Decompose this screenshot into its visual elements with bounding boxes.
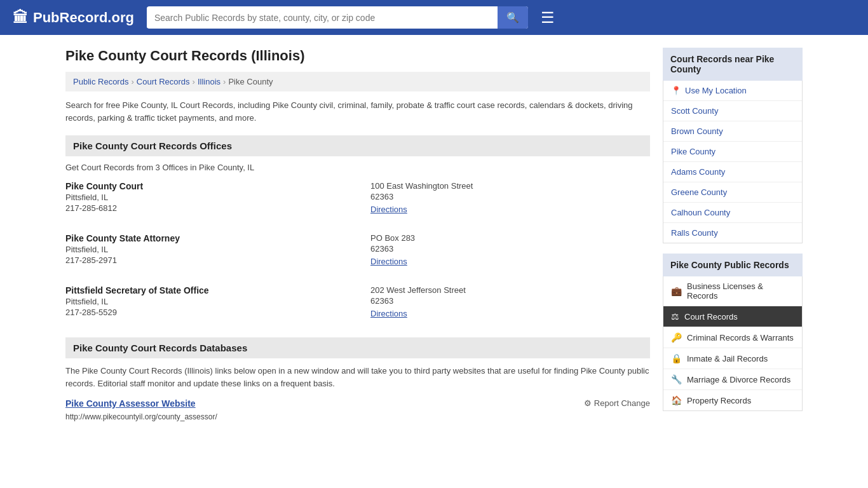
logo-text: PubRecord.org xyxy=(33,10,134,26)
office-2-city: Pittsfield, IL xyxy=(65,245,345,254)
databases-section-header: Pike County Court Records Databases xyxy=(65,337,650,358)
breadcrumb-court-records[interactable]: Court Records xyxy=(137,77,190,86)
business-label: Business Licenses & Records xyxy=(687,281,794,301)
main-content: Pike County Court Records (Illinois) Pub… xyxy=(65,48,650,421)
office-3-zip: 62363 xyxy=(370,296,650,306)
office-2-address: PO Box 283 xyxy=(370,233,650,243)
db-link-title[interactable]: Pike County Assessor Website xyxy=(65,398,196,409)
site-logo[interactable]: 🏛 PubRecord.org xyxy=(13,9,134,27)
sidebar-item-greene-county[interactable]: Greene County xyxy=(663,182,802,203)
sidebar-item-pike-county[interactable]: Pike County xyxy=(663,142,802,162)
search-icon: 🔍 xyxy=(506,12,519,23)
use-location-label: Use My Location xyxy=(685,86,747,95)
databases-description: The Pike County Court Records (Illinois)… xyxy=(65,365,650,390)
office-3-name: Pittsfield Secretary of State Office xyxy=(65,285,345,295)
db-link-row: Pike County Assessor Website ⚙ Report Ch… xyxy=(65,398,650,409)
office-1-zip: 62363 xyxy=(370,192,650,201)
marriage-icon: 🔧 xyxy=(671,374,682,384)
office-entry-3: Pittsfield Secretary of State Office Pit… xyxy=(65,285,650,325)
office-2-name: Pike County State Attorney xyxy=(65,233,345,243)
sidebar-item-calhoun-county[interactable]: Calhoun County xyxy=(663,203,802,223)
office-entry-1: Pike County Court Pittsfield, IL 217-285… xyxy=(65,181,650,220)
search-input[interactable] xyxy=(147,8,498,28)
office-3-directions[interactable]: Directions xyxy=(370,309,407,318)
public-records-section-header: Pike County Public Records xyxy=(663,254,803,276)
office-1-city: Pittsfield, IL xyxy=(65,193,345,202)
breadcrumb-public-records[interactable]: Public Records xyxy=(73,77,128,86)
office-1-address: 100 East Washington Street xyxy=(370,181,650,191)
office-3-address: 202 West Jefferson Street xyxy=(370,285,650,295)
business-icon: 💼 xyxy=(671,286,682,296)
sidebar-business-licenses[interactable]: 💼 Business Licenses & Records xyxy=(663,276,802,306)
criminal-label: Criminal Records & Warrants xyxy=(687,333,794,342)
office-1-directions[interactable]: Directions xyxy=(370,205,407,214)
offices-section-header: Pike County Court Records Offices xyxy=(65,135,650,156)
search-bar: 🔍 xyxy=(147,6,528,29)
inmate-label: Inmate & Jail Records xyxy=(687,354,768,363)
inmate-icon: 🔒 xyxy=(671,353,682,363)
menu-button[interactable]: ☰ xyxy=(541,9,555,27)
court-label: Court Records xyxy=(684,312,738,322)
breadcrumb-sep-3: › xyxy=(223,77,226,86)
sidebar-property-records[interactable]: 🏠 Property Records xyxy=(663,390,802,410)
office-2-zip: 62363 xyxy=(370,244,650,254)
office-1-phone: 217-285-6812 xyxy=(65,203,345,213)
db-link-url: http://www.pikecountyil.org/county_asses… xyxy=(65,412,650,421)
page-description: Search for free Pike County, IL Court Re… xyxy=(65,99,650,124)
sidebar-item-ralls-county[interactable]: Ralls County xyxy=(663,223,802,243)
hamburger-icon: ☰ xyxy=(541,9,555,26)
page-container: Pike County Court Records (Illinois) Pub… xyxy=(53,35,815,434)
search-button[interactable]: 🔍 xyxy=(498,6,528,29)
office-1-name: Pike County Court xyxy=(65,181,345,191)
public-records-list: 💼 Business Licenses & Records ⚖ Court Re… xyxy=(663,276,803,411)
sidebar-court-records[interactable]: ⚖ Court Records xyxy=(663,306,802,327)
office-3-phone: 217-285-5529 xyxy=(65,308,345,317)
report-change-label: Report Change xyxy=(594,398,650,408)
report-change-icon: ⚙ xyxy=(584,398,592,408)
office-2-phone: 217-285-2971 xyxy=(65,255,345,265)
office-3-city: Pittsfield, IL xyxy=(65,297,345,306)
sidebar: Court Records near Pike County 📍 Use My … xyxy=(663,48,803,421)
breadcrumb-pike-county: Pike County xyxy=(228,77,273,86)
sidebar-item-scott-county[interactable]: Scott County xyxy=(663,101,802,121)
nearby-section-header: Court Records near Pike County xyxy=(663,48,803,81)
property-icon: 🏠 xyxy=(671,395,682,405)
nearby-list: 📍 Use My Location Scott County Brown Cou… xyxy=(663,81,803,243)
court-icon: ⚖ xyxy=(671,311,679,322)
property-label: Property Records xyxy=(687,396,751,405)
sidebar-item-adams-county[interactable]: Adams County xyxy=(663,162,802,182)
sidebar-criminal-records[interactable]: 🔑 Criminal Records & Warrants xyxy=(663,327,802,348)
breadcrumb-illinois[interactable]: Illinois xyxy=(198,77,220,86)
office-2-directions[interactable]: Directions xyxy=(370,257,407,266)
marriage-label: Marriage & Divorce Records xyxy=(687,375,790,384)
criminal-icon: 🔑 xyxy=(671,332,682,342)
sidebar-inmate-records[interactable]: 🔒 Inmate & Jail Records xyxy=(663,348,802,369)
report-change-button[interactable]: ⚙ Report Change xyxy=(584,398,650,408)
breadcrumb-sep-2: › xyxy=(193,77,195,86)
sidebar-use-location[interactable]: 📍 Use My Location xyxy=(663,81,802,101)
breadcrumb-sep-1: › xyxy=(131,77,133,86)
page-title: Pike County Court Records (Illinois) xyxy=(65,48,650,64)
sidebar-item-brown-county[interactable]: Brown County xyxy=(663,121,802,142)
office-entry-2: Pike County State Attorney Pittsfield, I… xyxy=(65,233,650,273)
site-header: 🏛 PubRecord.org 🔍 ☰ xyxy=(0,0,868,35)
logo-icon: 🏛 xyxy=(13,9,28,27)
sidebar-marriage-records[interactable]: 🔧 Marriage & Divorce Records xyxy=(663,369,802,390)
breadcrumb: Public Records › Court Records › Illinoi… xyxy=(65,72,650,92)
offices-subtext: Get Court Records from 3 Offices in Pike… xyxy=(65,163,650,172)
location-pin-icon: 📍 xyxy=(671,86,681,95)
